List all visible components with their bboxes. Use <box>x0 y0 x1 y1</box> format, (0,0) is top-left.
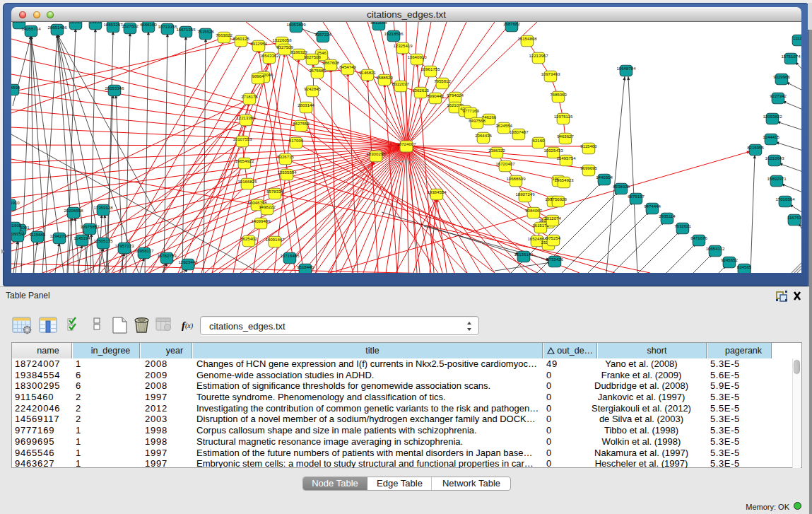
svg-text:8960125: 8960125 <box>233 36 249 41</box>
svg-text:1527602: 1527602 <box>122 23 139 28</box>
svg-text:12923446: 12923446 <box>178 259 198 264</box>
svg-text:9463627: 9463627 <box>557 134 574 139</box>
svg-text:13535594: 13535594 <box>277 170 297 175</box>
svg-text:12213369: 12213369 <box>236 115 256 120</box>
svg-text:10653267: 10653267 <box>103 22 123 27</box>
svg-text:8938928: 8938928 <box>613 184 630 189</box>
svg-text:1115681: 1115681 <box>30 232 46 237</box>
svg-text:15751074: 15751074 <box>781 54 801 59</box>
svg-text:8427552: 8427552 <box>293 121 310 126</box>
svg-text:21358: 21358 <box>13 22 26 23</box>
svg-text:5326715: 5326715 <box>277 154 294 159</box>
svg-text:8215955: 8215955 <box>747 145 764 150</box>
svg-text:26166910: 26166910 <box>11 200 20 205</box>
svg-text:8471676: 8471676 <box>690 235 707 240</box>
svg-text:16154808: 16154808 <box>517 36 537 41</box>
svg-text:8454749: 8454749 <box>339 64 356 69</box>
svg-text:10688609: 10688609 <box>506 176 526 181</box>
svg-text:7357224: 7357224 <box>314 32 331 37</box>
svg-text:17016504: 17016504 <box>775 197 795 201</box>
svg-text:6466160: 6466160 <box>140 22 157 27</box>
svg-text:131908: 131908 <box>11 223 22 228</box>
svg-text:7955812: 7955812 <box>434 78 451 83</box>
svg-text:10807487: 10807487 <box>509 129 529 134</box>
svg-text:3498222: 3498222 <box>259 204 276 209</box>
svg-text:7663822: 7663822 <box>216 33 233 37</box>
svg-text:10973493: 10973493 <box>541 71 560 76</box>
svg-text:318598: 318598 <box>11 85 20 90</box>
svg-text:14055714: 14055714 <box>21 26 41 31</box>
svg-text:15495754: 15495754 <box>556 156 576 160</box>
svg-text:7485063: 7485063 <box>550 92 567 97</box>
svg-text:1588520: 1588520 <box>376 75 393 80</box>
svg-text:975254: 975254 <box>546 235 561 240</box>
svg-text:13640910: 13640910 <box>407 54 427 59</box>
svg-text:9518440: 9518440 <box>297 264 314 269</box>
svg-text:9227342: 9227342 <box>770 93 787 98</box>
svg-text:10654112: 10654112 <box>706 246 725 251</box>
svg-text:9777169: 9777169 <box>462 108 479 113</box>
svg-text:3624554: 3624554 <box>495 123 512 128</box>
svg-text:1733426: 1733426 <box>546 257 563 262</box>
svg-text:16671355: 16671355 <box>176 27 196 32</box>
svg-text:19166825: 19166825 <box>237 179 257 184</box>
svg-text:12093822: 12093822 <box>763 114 782 119</box>
svg-text:9245652: 9245652 <box>721 257 738 262</box>
svg-text:10107553: 10107553 <box>233 136 252 141</box>
svg-text:6497568: 6497568 <box>469 118 486 123</box>
svg-text:10958117: 10958117 <box>135 248 154 253</box>
svg-text:20691406: 20691406 <box>47 25 67 30</box>
svg-text:12942737: 12942737 <box>49 233 69 238</box>
svg-text:13716485: 13716485 <box>280 253 300 258</box>
svg-text:11127: 11127 <box>793 35 801 40</box>
svg-text:10025433: 10025433 <box>543 148 563 153</box>
svg-text:9146821: 9146821 <box>359 70 376 75</box>
svg-text:10975857: 10975857 <box>80 224 100 229</box>
svg-text:18535: 18535 <box>70 22 83 24</box>
svg-text:16543362: 16543362 <box>259 53 279 58</box>
svg-text:7515526: 7515526 <box>197 29 214 34</box>
svg-text:2364436: 2364436 <box>475 133 492 138</box>
svg-text:20053346: 20053346 <box>105 86 124 90</box>
svg-text:7632621: 7632621 <box>674 223 691 228</box>
svg-text:16210643: 16210643 <box>765 156 784 160</box>
svg-text:5578334: 5578334 <box>266 189 283 194</box>
svg-text:3675685: 3675685 <box>309 68 326 73</box>
svg-text:2386322: 2386322 <box>488 148 505 153</box>
svg-text:7625402: 7625402 <box>240 236 257 241</box>
svg-text:2935114: 2935114 <box>659 214 676 218</box>
svg-text:(x): (x) <box>185 322 194 330</box>
svg-text:1362615: 1362615 <box>412 88 429 93</box>
svg-text:2803144: 2803144 <box>298 103 314 107</box>
svg-text:2867608: 2867608 <box>322 60 339 65</box>
svg-text:62160: 62160 <box>533 138 546 143</box>
svg-text:15692971: 15692971 <box>767 176 787 181</box>
svg-text:14099489: 14099489 <box>251 218 271 223</box>
svg-text:19654922: 19654922 <box>235 158 254 163</box>
svg-text:98964: 98964 <box>252 74 265 78</box>
svg-text:9115460: 9115460 <box>580 144 597 148</box>
svg-text:12325419: 12325419 <box>393 43 413 48</box>
svg-text:1440954: 1440954 <box>596 175 613 180</box>
svg-text:9699695: 9699695 <box>580 165 597 170</box>
svg-text:1145194: 1145194 <box>73 235 90 240</box>
svg-text:9327508: 9327508 <box>304 54 321 59</box>
svg-text:19953: 19953 <box>90 22 102 24</box>
svg-text:16782759: 16782759 <box>157 253 177 258</box>
svg-text:8322037: 8322037 <box>392 81 409 86</box>
svg-text:10961755: 10961755 <box>420 66 440 71</box>
svg-text:1244415: 1244415 <box>763 134 779 139</box>
svg-text:13226058: 13226058 <box>272 37 292 42</box>
svg-text:19654923: 19654923 <box>554 177 574 182</box>
svg-text:12975115: 12975115 <box>554 114 573 119</box>
svg-text:15136141: 15136141 <box>514 252 534 257</box>
svg-text:824565: 824565 <box>737 264 752 269</box>
svg-text:20206558: 20206558 <box>64 208 83 213</box>
svg-text:18300295: 18300295 <box>366 151 386 156</box>
svg-text:8186323: 8186323 <box>290 49 307 54</box>
svg-text:8912954: 8912954 <box>250 41 267 46</box>
svg-text:14091447: 14091447 <box>265 237 285 242</box>
svg-text:2718176: 2718176 <box>241 94 258 99</box>
svg-text:19218506: 19218506 <box>384 31 404 36</box>
svg-text:16720407: 16720407 <box>495 161 515 166</box>
